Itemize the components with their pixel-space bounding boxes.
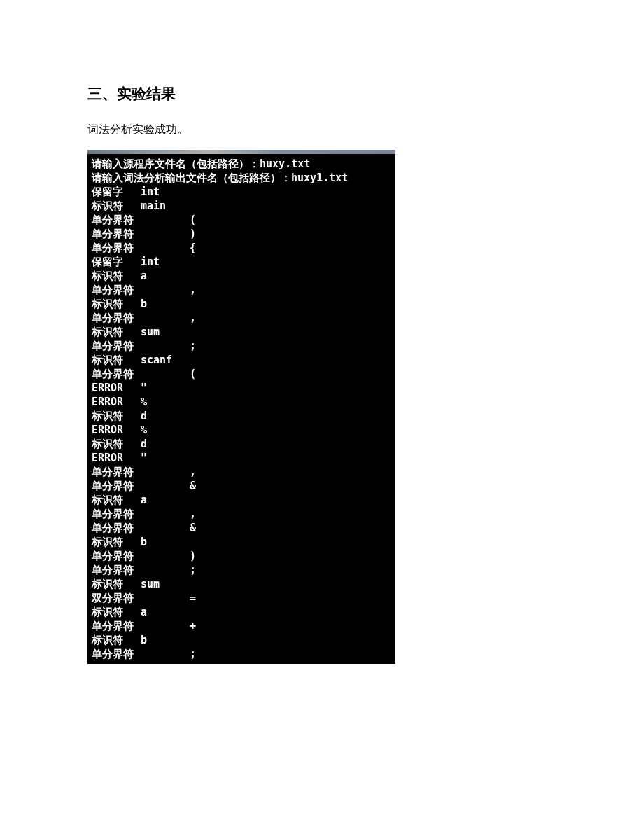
token-row: 标识符b xyxy=(92,535,391,549)
token-type: 单分界符 xyxy=(92,563,190,577)
token-value: d xyxy=(141,409,147,423)
token-value: ( xyxy=(190,213,196,227)
token-type: ERROR xyxy=(92,451,141,465)
token-type: 单分界符 xyxy=(92,647,190,661)
token-row: 标识符a xyxy=(92,605,391,619)
token-row: 单分界符( xyxy=(92,213,391,227)
token-value: " xyxy=(141,381,147,395)
token-type: 标识符 xyxy=(92,535,141,549)
token-type: 单分界符 xyxy=(92,283,190,297)
token-row: ERROR" xyxy=(92,451,391,465)
token-value: b xyxy=(141,297,147,311)
token-value: , xyxy=(190,311,196,325)
token-value: ; xyxy=(190,339,196,353)
token-type: ERROR xyxy=(92,381,141,395)
token-value: sum xyxy=(141,577,160,591)
terminal-screenshot: 请输入源程序文件名（包括路径）：huxy.txt 请输入词法分析输出文件名（包括… xyxy=(88,154,396,664)
token-value: scanf xyxy=(141,353,172,367)
token-row: 标识符d xyxy=(92,437,391,451)
token-type: 单分界符 xyxy=(92,241,190,255)
token-value: a xyxy=(141,493,147,507)
token-type: 双分界符 xyxy=(92,591,190,605)
token-type: 标识符 xyxy=(92,353,141,367)
token-value: , xyxy=(190,465,196,479)
token-row: 双分界符= xyxy=(92,591,391,605)
token-type: ERROR xyxy=(92,395,141,409)
token-row: 保留字int xyxy=(92,185,391,199)
token-row: ERROR" xyxy=(92,381,391,395)
token-row: 单分界符, xyxy=(92,465,391,479)
token-type: 标识符 xyxy=(92,437,141,451)
token-value: b xyxy=(141,633,147,647)
token-value: & xyxy=(190,521,196,535)
token-value: ) xyxy=(190,549,196,563)
token-value: sum xyxy=(141,325,160,339)
token-row: 单分界符; xyxy=(92,647,391,661)
token-value: main xyxy=(141,199,166,213)
token-row: 标识符a xyxy=(92,269,391,283)
token-row: 单分界符, xyxy=(92,507,391,521)
token-type: 单分界符 xyxy=(92,367,190,381)
prompt2-label: 请输入词法分析输出文件名（包括路径）： xyxy=(92,172,291,184)
token-row: ERROR% xyxy=(92,395,391,409)
token-row: 标识符b xyxy=(92,297,391,311)
token-type: 单分界符 xyxy=(92,479,190,493)
token-row: 标识符d xyxy=(92,409,391,423)
token-type: 单分界符 xyxy=(92,549,190,563)
token-row: 单分界符{ xyxy=(92,241,391,255)
token-type: 单分界符 xyxy=(92,465,190,479)
token-value: int xyxy=(141,185,160,199)
prompt2-value: huxy1.txt xyxy=(291,172,348,184)
token-type: 标识符 xyxy=(92,269,141,283)
token-type: 单分界符 xyxy=(92,339,190,353)
token-value: d xyxy=(141,437,147,451)
token-row: 单分界符; xyxy=(92,563,391,577)
token-value: % xyxy=(141,423,147,437)
token-type: 标识符 xyxy=(92,633,141,647)
token-row: 单分界符, xyxy=(92,311,391,325)
token-row: 单分界符) xyxy=(92,549,391,563)
token-value: b xyxy=(141,535,147,549)
token-row: 单分界符( xyxy=(92,367,391,381)
token-row: 标识符scanf xyxy=(92,353,391,367)
token-type: 标识符 xyxy=(92,325,141,339)
token-row: 单分界符+ xyxy=(92,619,391,633)
token-value: int xyxy=(141,255,160,269)
token-value: a xyxy=(141,269,147,283)
prompt-line-1: 请输入源程序文件名（包括路径）：huxy.txt xyxy=(92,157,391,171)
token-row: 标识符b xyxy=(92,633,391,647)
token-row: 单分界符, xyxy=(92,283,391,297)
token-row: 标识符sum xyxy=(92,325,391,339)
token-type: 单分界符 xyxy=(92,227,190,241)
token-value: + xyxy=(190,619,196,633)
token-row: 标识符a xyxy=(92,493,391,507)
token-row: 单分界符& xyxy=(92,521,391,535)
token-value: ; xyxy=(190,647,196,661)
token-value: , xyxy=(190,507,196,521)
token-output-list: 保留字int标识符main单分界符(单分界符)单分界符{保留字int标识符a单分… xyxy=(92,185,391,661)
token-value: = xyxy=(190,591,196,605)
token-row: 标识符main xyxy=(92,199,391,213)
token-value: " xyxy=(141,451,147,465)
token-type: 标识符 xyxy=(92,493,141,507)
result-paragraph: 词法分析实验成功。 xyxy=(88,120,556,139)
token-value: , xyxy=(190,283,196,297)
token-value: & xyxy=(190,479,196,493)
token-row: 单分界符) xyxy=(92,227,391,241)
token-type: 单分界符 xyxy=(92,619,190,633)
token-value: % xyxy=(141,395,147,409)
token-type: 标识符 xyxy=(92,409,141,423)
document-page: 三、实验结果 词法分析实验成功。 请输入源程序文件名（包括路径）：huxy.tx… xyxy=(0,0,644,706)
token-row: 单分界符; xyxy=(92,339,391,353)
token-value: { xyxy=(190,241,196,255)
prompt1-value: huxy.txt xyxy=(260,158,310,170)
token-type: 标识符 xyxy=(92,577,141,591)
token-value: a xyxy=(141,605,147,619)
token-type: 标识符 xyxy=(92,297,141,311)
token-type: 单分界符 xyxy=(92,521,190,535)
token-row: 单分界符& xyxy=(92,479,391,493)
token-type: 单分界符 xyxy=(92,507,190,521)
token-type: 标识符 xyxy=(92,199,141,213)
token-type: 单分界符 xyxy=(92,311,190,325)
token-type: 标识符 xyxy=(92,605,141,619)
